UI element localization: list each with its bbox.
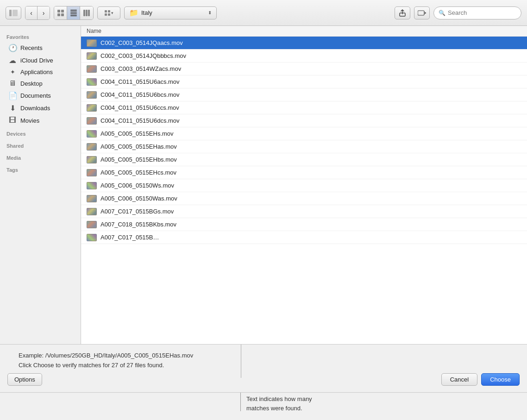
file-thumbnail [87,195,97,202]
table-row[interactable]: C004_C011_0515U6acs.mov [81,75,527,88]
media-section-label: Media [0,150,81,163]
sidebar-item-recents[interactable]: 🕐 Recents [2,42,79,54]
file-thumbnail [87,104,97,112]
table-row[interactable]: C002_C003_0514JQaacs.mov [81,37,527,50]
sidebar-item-movies[interactable]: 🎞 Movies [2,114,79,126]
file-name: A007_C018_0515BKbs.mov [100,221,176,228]
sidebar-item-documents[interactable]: 📄 Documents [2,89,79,102]
sidebar-item-documents-label: Documents [20,92,51,99]
downloads-icon: ⬇ [8,104,17,113]
table-row[interactable]: A005_C005_0515EHas.mov [81,140,527,153]
table-row[interactable]: A007_C017_0515B… [81,231,527,244]
file-name: A007_C017_0515B… [100,234,159,241]
sidebar-item-desktop[interactable]: 🖥 Desktop [2,77,79,89]
callout-text: Text indicates how manymatches were foun… [246,393,312,413]
svg-rect-12 [88,10,90,16]
file-thumbnail [87,91,97,99]
example-path-text: Example: /Volumes/250GB_HD/Italy/A005_C0… [19,352,508,359]
svg-rect-2 [57,10,60,13]
svg-rect-16 [108,13,110,16]
svg-rect-11 [86,10,88,16]
file-name: A005_C005_0515EHs.mov [100,130,174,137]
table-row[interactable]: A005_C005_0515EHcs.mov [81,166,527,179]
sidebar-item-icloud-label: iCloud Drive [20,57,53,64]
svg-rect-14 [108,10,110,13]
bottom-info-area: Example: /Volumes/250GB_HD/Italy/A005_C0… [0,345,527,373]
file-name: A005_C005_0515EHas.mov [100,143,177,150]
tag-button[interactable] [414,6,430,19]
file-thumbnail [87,78,97,86]
search-icon: 🔍 [439,10,445,16]
file-name: C004_C011_0515U6ccs.mov [100,104,179,111]
divider-line [241,345,241,378]
file-thumbnail [87,221,97,228]
svg-rect-4 [57,13,60,16]
view-buttons [54,6,94,20]
sidebar-toggle-button[interactable] [6,6,21,19]
shared-section-label: Shared [0,138,81,150]
file-thumbnail [87,208,97,215]
svg-rect-13 [105,10,107,13]
choose-button[interactable]: Choose [481,373,520,386]
search-input[interactable] [448,9,516,16]
table-row[interactable]: C002_C003_0514JQbbbcs.mov [81,50,527,63]
file-thumbnail [87,182,97,189]
icloud-icon: ☁ [8,56,17,65]
sidebar-item-icloud[interactable]: ☁ iCloud Drive [2,54,79,67]
applications-icon: ✦ [8,69,17,75]
file-name: A005_C006_05150Was.mov [100,195,177,202]
sidebar-item-applications[interactable]: ✦ Applications [2,67,79,77]
file-name: C003_C003_0514WZacs.mov [100,65,181,72]
svg-rect-6 [70,10,77,11]
file-list-header: Name [81,26,527,37]
file-name: C004_C011_0515U6acs.mov [100,78,180,85]
view-gallery-button[interactable]: ▾ [97,6,120,19]
table-row[interactable]: C004_C011_0515U6bcs.mov [81,88,527,101]
file-list: C002_C003_0514JQaacs.movC002_C003_0514JQ… [81,37,527,344]
table-row[interactable]: C003_C003_0514WZacs.mov [81,63,527,75]
favorites-section-label: Favorites [0,30,81,42]
file-name: C002_C003_0514JQaacs.mov [100,39,183,46]
desktop-icon: 🖥 [8,79,17,88]
file-name: C004_C011_0515U6bcs.mov [100,91,180,98]
table-row[interactable]: A005_C006_05150Was.mov [81,192,527,205]
file-thumbnail [87,130,97,138]
back-button[interactable]: ‹ [25,6,38,19]
table-row[interactable]: A007_C017_0515BGs.mov [81,205,527,218]
view-column-button[interactable] [80,6,93,19]
table-row[interactable]: C004_C011_0515U6ccs.mov [81,101,527,114]
recents-icon: 🕐 [8,44,17,52]
svg-rect-15 [105,13,107,16]
location-popup[interactable]: 📁 Italy ⬍ [124,6,217,19]
share-button[interactable] [395,6,410,19]
file-name: A005_C005_0515EHbs.mov [100,156,177,163]
sidebar-item-downloads[interactable]: ⬇ Downloads [2,102,79,114]
file-thumbnail [87,52,97,60]
table-row[interactable]: A007_C018_0515BKbs.mov [81,218,527,231]
svg-rect-0 [9,10,12,16]
callout-content: Text indicates how manymatches were foun… [0,393,527,413]
forward-button[interactable]: › [38,6,50,19]
table-row[interactable]: A005_C005_0515EHbs.mov [81,153,527,166]
svg-rect-9 [70,15,77,16]
callout-line [240,393,241,411]
search-box[interactable]: 🔍 [433,6,521,19]
sidebar-item-desktop-label: Desktop [20,80,43,87]
file-name: A007_C017_0515BGs.mov [100,208,174,215]
view-icon-button[interactable] [54,6,67,19]
file-thumbnail [87,169,97,176]
location-label: Italy [141,9,205,16]
table-row[interactable]: A005_C006_05150Ws.mov [81,179,527,192]
svg-rect-1 [13,10,18,16]
tags-section-label: Tags [0,163,81,175]
view-list-button[interactable] [67,6,80,19]
table-row[interactable]: A005_C005_0515EHs.mov [81,127,527,140]
file-thumbnail [87,117,97,125]
sidebar-item-applications-label: Applications [20,69,53,75]
cancel-button[interactable]: Cancel [441,373,477,386]
svg-rect-18 [418,11,424,15]
sidebar: Favorites 🕐 Recents ☁ iCloud Drive ✦ App… [0,26,81,344]
table-row[interactable]: C004_C011_0515U6dcs.mov [81,114,527,127]
callout-area: Text indicates how manymatches were foun… [0,392,527,420]
options-button[interactable]: Options [7,373,42,386]
